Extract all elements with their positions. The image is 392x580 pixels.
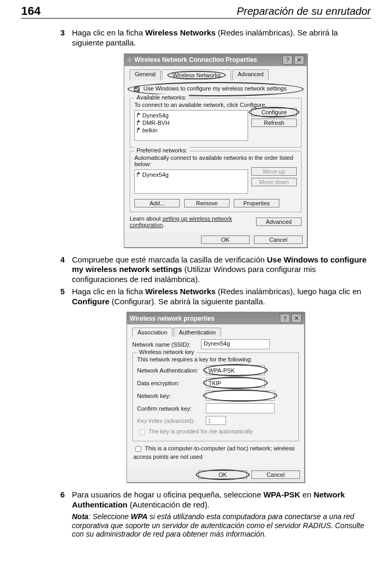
- data-encryption-label: Data encryption:: [137, 380, 206, 386]
- list-item[interactable]: DMR-BVH: [136, 119, 247, 126]
- list-item[interactable]: Dynex54g: [136, 112, 247, 119]
- dialog-title: Wireless Network Connection Properties: [134, 56, 281, 64]
- available-networks-list[interactable]: Dynex54g DMR-BVH belkin: [134, 110, 248, 141]
- available-hint: To connect to an available network, clic…: [134, 102, 297, 108]
- app-icon: ⊹: [127, 56, 132, 64]
- use-windows-checkbox[interactable]: [134, 86, 140, 92]
- network-auth-select[interactable]: WPA-PSK: [206, 365, 265, 375]
- step-number: 4: [60, 255, 72, 285]
- properties-button[interactable]: Properties: [234, 199, 279, 207]
- available-networks-group: Available networks: To connect to an ava…: [130, 98, 302, 148]
- antenna-icon: [137, 171, 140, 178]
- list-item[interactable]: belkin: [136, 126, 247, 134]
- antenna-icon: [137, 127, 140, 133]
- group-label: Available networks:: [134, 94, 189, 101]
- ok-button[interactable]: OK: [201, 235, 250, 244]
- confirm-key-label: Confirm network key:: [137, 405, 206, 412]
- preferred-networks-list[interactable]: Dynex54g: [134, 169, 248, 194]
- confirm-key-input[interactable]: [206, 403, 275, 413]
- list-item[interactable]: Dynex54g: [136, 171, 247, 178]
- highlight-oval: Wireless Networks: [167, 71, 226, 79]
- step-text: Haga clic en la ficha Wireless Networks …: [72, 287, 371, 307]
- data-encryption-select[interactable]: TKIP: [206, 378, 265, 388]
- configure-button[interactable]: Configure: [251, 108, 297, 116]
- screenshot-wireless-properties: Wireless network properties ? ✕ Associat…: [126, 312, 305, 483]
- network-auth-label: Network Authentication:: [137, 367, 206, 374]
- dialog-titlebar: Wireless network properties ? ✕: [127, 312, 304, 324]
- help-button[interactable]: ?: [282, 56, 293, 65]
- dialog-title: Wireless network properties: [130, 315, 278, 322]
- step-text: Compruebe que esté marcada la casilla de…: [72, 255, 371, 285]
- step-3: 3 Haga clic en la ficha Wireless Network…: [60, 28, 371, 48]
- wireless-network-key-group: Wireless network key This network requir…: [132, 352, 299, 441]
- step-text: Haga clic en la ficha Wireless Networks …: [72, 28, 371, 48]
- group-label: Wireless network key: [137, 349, 196, 355]
- tab-association[interactable]: Association: [132, 328, 172, 337]
- key-index-spinner: 1: [206, 416, 226, 425]
- adhoc-checkbox[interactable]: [135, 446, 141, 452]
- advanced-button[interactable]: Advanced: [256, 217, 302, 226]
- note-block: Nota: Seleccione WPA si está utilizando …: [72, 512, 371, 539]
- tab-advanced[interactable]: Advanced: [232, 69, 269, 80]
- ssid-label: Network name (SSID):: [132, 341, 201, 348]
- antenna-icon: [137, 120, 140, 126]
- cancel-button[interactable]: Cancel: [251, 470, 300, 479]
- antenna-icon: [137, 112, 140, 119]
- ssid-input[interactable]: Dynex54g: [201, 339, 270, 349]
- step-number: 3: [60, 28, 72, 48]
- group-label: Preferred networks:: [134, 147, 189, 153]
- auto-key-checkbox: [139, 429, 145, 435]
- highlight-oval: Use Windows to configure my wireless net…: [131, 84, 300, 95]
- step-text: Para usuarios de hogar u oficina pequeña…: [72, 490, 371, 510]
- close-button[interactable]: ✕: [294, 56, 304, 65]
- refresh-button[interactable]: Refresh: [251, 119, 297, 127]
- close-button[interactable]: ✕: [291, 314, 302, 323]
- tab-general[interactable]: General: [130, 69, 161, 80]
- move-up-button[interactable]: Move up: [251, 167, 297, 176]
- network-key-input[interactable]: [206, 391, 275, 401]
- step-number: 5: [60, 287, 72, 307]
- screenshot-connection-properties: ⊹ Wireless Network Connection Properties…: [124, 53, 307, 248]
- use-windows-label: Use Windows to configure my wireless net…: [143, 85, 287, 92]
- help-button[interactable]: ?: [280, 314, 290, 323]
- learn-about-text: Learn about setting up wireless network …: [130, 215, 253, 228]
- step-number: 6: [60, 490, 72, 510]
- step-4: 4 Compruebe que esté marcada la casilla …: [60, 255, 371, 285]
- page-header: 164 Preparación de su enrutador: [21, 4, 371, 19]
- section-title: Preparación de su enrutador: [41, 5, 371, 17]
- remove-button[interactable]: Remove: [184, 199, 230, 207]
- step-6: 6 Para usuarios de hogar u oficina peque…: [60, 490, 371, 510]
- cancel-button[interactable]: Cancel: [254, 235, 303, 244]
- dialog-titlebar: ⊹ Wireless Network Connection Properties…: [124, 54, 307, 66]
- key-index-label: Key index (advanced):: [137, 418, 206, 424]
- tab-strip: Association Authentication: [132, 328, 299, 337]
- tab-strip: General Wireless Networks Advanced: [130, 69, 302, 80]
- page-number: 164: [21, 4, 41, 18]
- tab-authentication[interactable]: Authentication: [174, 328, 221, 337]
- step-5: 5 Haga clic en la ficha Wireless Network…: [60, 287, 371, 307]
- preferred-networks-group: Preferred networks: Automatically connec…: [130, 151, 302, 212]
- tab-wireless-networks[interactable]: Wireless Networks: [162, 69, 231, 80]
- key-hint: This network requires a key for the foll…: [137, 356, 294, 362]
- preferred-hint: Automatically connect to available netwo…: [134, 155, 297, 167]
- auto-key-label: The key is provided for me automatically: [149, 429, 253, 435]
- move-down-button[interactable]: Move down: [251, 178, 297, 186]
- adhoc-label: This is a computer-to-computer (ad hoc) …: [133, 446, 295, 460]
- ok-button[interactable]: OK: [198, 470, 247, 479]
- add-button[interactable]: Add...: [134, 199, 180, 207]
- network-key-label: Network key:: [137, 393, 206, 399]
